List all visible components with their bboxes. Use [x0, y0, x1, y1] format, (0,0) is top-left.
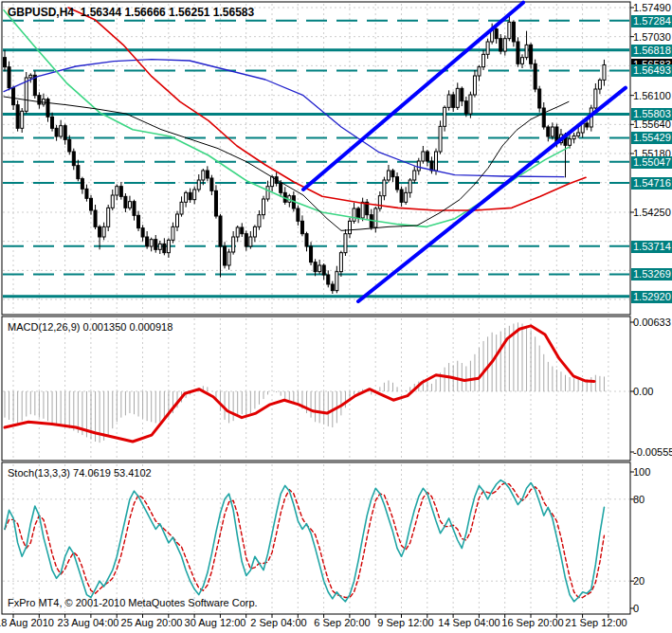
level-price-label: 1.55803 [631, 108, 672, 120]
time-axis-label: 2 Sep 04:00 [250, 617, 306, 628]
level-price-label: 1.56493 [631, 64, 672, 77]
price-label: 1.57030 [633, 31, 672, 44]
main-chart-panel[interactable] [2, 2, 630, 315]
level-price-label: 1.55047 [631, 156, 672, 169]
time-axis-label: 6 Sep 20:00 [314, 617, 370, 628]
macd-name: MACD(12,26,9) [8, 321, 80, 333]
time-axis-label: 14 Sep 04:00 [438, 617, 499, 628]
stoch-scale-label: 20 [633, 575, 645, 587]
level-price-label: 1.57284 [631, 15, 672, 27]
stoch-current-values: 74.0619 53.4102 [73, 467, 152, 479]
chart-ohlc-values: 1.56344 1.56666 1.56251 1.56583 [81, 6, 255, 19]
macd-indicator-title: MACD(12,26,9) 0.001350 0.000918 [8, 321, 173, 333]
time-axis-label: 25 Aug 20:00 [121, 617, 183, 628]
level-price-label: 1.54716 [631, 177, 672, 190]
level-price-label: 1.53714 [631, 241, 672, 253]
stoch-scale-label: 0 [633, 603, 639, 614]
chart-title: GBPUSD,H4 1.56344 1.56666 1.56251 1.5658… [8, 6, 254, 19]
macd-scale-label: -0.00555 [633, 446, 672, 458]
stoch-name: Stoch(13,3,3) [8, 467, 70, 479]
macd-current-values: 0.001350 0.000918 [82, 321, 173, 333]
level-price-label: 1.55429 [631, 132, 672, 144]
stoch-scale-label: 100 [633, 466, 650, 478]
time-axis-label: 21 Sep 12:00 [565, 617, 627, 628]
time-axis-label: 30 Aug 12:00 [185, 617, 246, 628]
chart-symbol-timeframe: GBPUSD,H4 [8, 6, 74, 19]
level-price-label: 1.52920 [631, 291, 672, 303]
stoch-scale-label: 80 [633, 494, 645, 505]
time-axis-label: 9 Sep 12:00 [377, 617, 433, 628]
macd-panel[interactable] [2, 316, 630, 461]
macd-scale-label: 0.00 [633, 386, 653, 397]
time-axis-label: 18 Aug 2010 [0, 617, 54, 628]
time-axis-label: 23 Aug 04:00 [58, 617, 119, 628]
stoch-panel[interactable] [2, 462, 630, 614]
level-price-label: 1.56818 [631, 45, 672, 57]
macd-scale-label: 0.00633 [633, 316, 671, 328]
copyright-text: FxPro MT4, © 2001-2010 MetaQuotes Softwa… [8, 597, 258, 608]
level-price-label: 1.53269 [631, 268, 672, 280]
price-label: 1.56100 [633, 90, 672, 102]
time-axis-label: 16 Sep 20:00 [501, 617, 563, 628]
stoch-indicator-title: Stoch(13,3,3) 74.0619 53.4102 [8, 467, 152, 479]
mt4-chart-window: { "app": { "title_symbol": "GBPUSD,H4", … [0, 0, 672, 633]
price-label: 1.54250 [633, 207, 672, 219]
price-label: 1.57490 [633, 2, 672, 14]
